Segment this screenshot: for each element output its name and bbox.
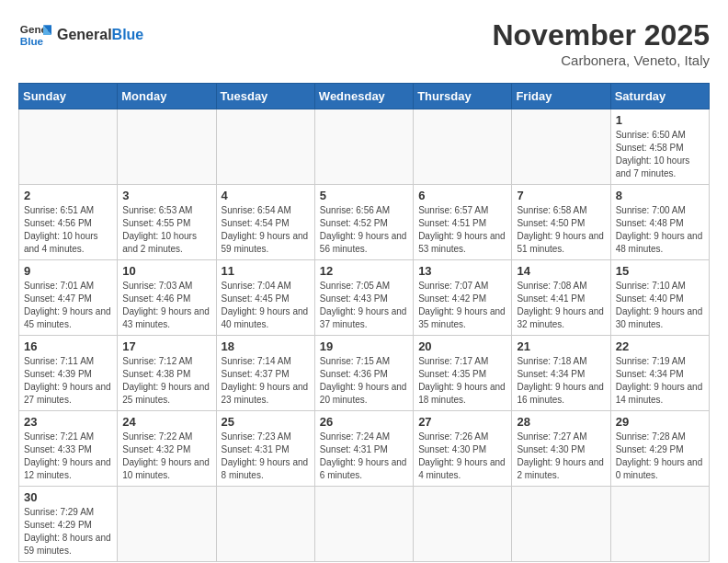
day-info: Sunrise: 7:03 AMSunset: 4:46 PMDaylight:… bbox=[122, 280, 210, 331]
calendar-cell: 28Sunrise: 7:27 AMSunset: 4:30 PMDayligh… bbox=[512, 411, 610, 487]
calendar-cell: 17Sunrise: 7:12 AMSunset: 4:38 PMDayligh… bbox=[118, 336, 216, 411]
calendar-cell: 3Sunrise: 6:53 AMSunset: 4:55 PMDaylight… bbox=[118, 185, 216, 260]
day-number: 5 bbox=[320, 189, 408, 202]
day-header-sunday: Sunday bbox=[19, 84, 118, 109]
calendar-cell: 16Sunrise: 7:11 AMSunset: 4:39 PMDayligh… bbox=[19, 336, 118, 411]
day-info: Sunrise: 6:51 AMSunset: 4:56 PMDaylight:… bbox=[24, 204, 112, 256]
day-number: 9 bbox=[24, 264, 112, 278]
day-info: Sunrise: 7:17 AMSunset: 4:35 PMDaylight:… bbox=[418, 355, 506, 407]
calendar-cell bbox=[512, 487, 610, 562]
day-number: 29 bbox=[616, 415, 704, 429]
week-row-3: 9Sunrise: 7:01 AMSunset: 4:47 PMDaylight… bbox=[19, 260, 710, 336]
day-header-thursday: Thursday bbox=[414, 84, 512, 109]
day-number: 23 bbox=[24, 415, 112, 429]
day-number: 14 bbox=[517, 264, 605, 278]
page-header: General Blue GeneralBlue November 2025 C… bbox=[18, 18, 710, 68]
calendar-cell: 26Sunrise: 7:24 AMSunset: 4:31 PMDayligh… bbox=[314, 411, 413, 487]
calendar-cell: 4Sunrise: 6:54 AMSunset: 4:54 PMDaylight… bbox=[216, 185, 314, 260]
day-number: 28 bbox=[517, 415, 605, 429]
day-info: Sunrise: 7:27 AMSunset: 4:30 PMDaylight:… bbox=[517, 431, 605, 482]
calendar-cell bbox=[414, 487, 512, 562]
day-info: Sunrise: 7:21 AMSunset: 4:33 PMDaylight:… bbox=[24, 431, 112, 482]
title-block: November 2025 Carbonera, Veneto, Italy bbox=[492, 18, 710, 68]
day-header-saturday: Saturday bbox=[610, 84, 709, 109]
day-info: Sunrise: 7:10 AMSunset: 4:40 PMDaylight:… bbox=[616, 280, 704, 331]
day-number: 30 bbox=[24, 490, 112, 504]
logo-icon: General Blue bbox=[18, 18, 51, 52]
day-number: 10 bbox=[122, 264, 210, 278]
day-number: 2 bbox=[24, 189, 112, 202]
logo-text: GeneralBlue bbox=[57, 27, 143, 43]
day-number: 7 bbox=[517, 189, 605, 202]
day-number: 27 bbox=[418, 415, 506, 429]
week-row-6: 30Sunrise: 7:29 AMSunset: 4:29 PMDayligh… bbox=[19, 487, 710, 562]
day-number: 16 bbox=[24, 339, 112, 353]
calendar-cell bbox=[314, 109, 413, 185]
day-number: 24 bbox=[122, 415, 210, 429]
day-header-wednesday: Wednesday bbox=[314, 84, 413, 109]
calendar-cell: 18Sunrise: 7:14 AMSunset: 4:37 PMDayligh… bbox=[216, 336, 314, 411]
calendar-cell: 10Sunrise: 7:03 AMSunset: 4:46 PMDayligh… bbox=[118, 260, 216, 336]
week-row-2: 2Sunrise: 6:51 AMSunset: 4:56 PMDaylight… bbox=[19, 185, 710, 260]
day-info: Sunrise: 7:22 AMSunset: 4:32 PMDaylight:… bbox=[122, 431, 210, 482]
day-number: 4 bbox=[222, 189, 310, 202]
day-number: 12 bbox=[320, 264, 408, 278]
calendar-cell bbox=[512, 109, 610, 185]
calendar-cell: 25Sunrise: 7:23 AMSunset: 4:31 PMDayligh… bbox=[216, 411, 314, 487]
calendar-cell: 19Sunrise: 7:15 AMSunset: 4:36 PMDayligh… bbox=[314, 336, 413, 411]
calendar-cell: 5Sunrise: 6:56 AMSunset: 4:52 PMDaylight… bbox=[314, 185, 413, 260]
day-number: 19 bbox=[320, 339, 408, 353]
day-number: 15 bbox=[616, 264, 704, 278]
calendar-cell: 2Sunrise: 6:51 AMSunset: 4:56 PMDaylight… bbox=[19, 185, 118, 260]
calendar-cell: 7Sunrise: 6:58 AMSunset: 4:50 PMDaylight… bbox=[512, 185, 610, 260]
day-number: 25 bbox=[222, 415, 310, 429]
calendar-cell: 8Sunrise: 7:00 AMSunset: 4:48 PMDaylight… bbox=[610, 185, 709, 260]
day-info: Sunrise: 6:53 AMSunset: 4:55 PMDaylight:… bbox=[122, 204, 210, 256]
day-info: Sunrise: 7:12 AMSunset: 4:38 PMDaylight:… bbox=[122, 355, 210, 407]
day-info: Sunrise: 6:54 AMSunset: 4:54 PMDaylight:… bbox=[222, 204, 310, 256]
calendar-cell: 21Sunrise: 7:18 AMSunset: 4:34 PMDayligh… bbox=[512, 336, 610, 411]
day-number: 13 bbox=[418, 264, 506, 278]
day-info: Sunrise: 6:56 AMSunset: 4:52 PMDaylight:… bbox=[320, 204, 408, 256]
day-number: 3 bbox=[122, 189, 210, 202]
day-number: 6 bbox=[418, 189, 506, 202]
day-info: Sunrise: 6:57 AMSunset: 4:51 PMDaylight:… bbox=[418, 204, 506, 256]
day-number: 26 bbox=[320, 415, 408, 429]
day-info: Sunrise: 6:50 AMSunset: 4:58 PMDaylight:… bbox=[616, 129, 704, 180]
calendar-cell: 20Sunrise: 7:17 AMSunset: 4:35 PMDayligh… bbox=[414, 336, 512, 411]
day-info: Sunrise: 7:04 AMSunset: 4:45 PMDaylight:… bbox=[222, 280, 310, 331]
day-header-monday: Monday bbox=[118, 84, 216, 109]
calendar-cell: 13Sunrise: 7:07 AMSunset: 4:42 PMDayligh… bbox=[414, 260, 512, 336]
logo: General Blue GeneralBlue bbox=[18, 18, 143, 52]
calendar-cell: 30Sunrise: 7:29 AMSunset: 4:29 PMDayligh… bbox=[19, 487, 118, 562]
calendar-cell bbox=[610, 487, 709, 562]
day-number: 21 bbox=[517, 339, 605, 353]
day-info: Sunrise: 7:29 AMSunset: 4:29 PMDaylight:… bbox=[24, 506, 112, 557]
day-number: 20 bbox=[418, 339, 506, 353]
calendar-cell bbox=[414, 109, 512, 185]
day-number: 18 bbox=[222, 339, 310, 353]
calendar-cell: 11Sunrise: 7:04 AMSunset: 4:45 PMDayligh… bbox=[216, 260, 314, 336]
day-number: 17 bbox=[122, 339, 210, 353]
location: Carbonera, Veneto, Italy bbox=[492, 52, 710, 68]
calendar-table: SundayMondayTuesdayWednesdayThursdayFrid… bbox=[18, 83, 710, 562]
calendar-cell: 9Sunrise: 7:01 AMSunset: 4:47 PMDaylight… bbox=[19, 260, 118, 336]
week-row-1: 1Sunrise: 6:50 AMSunset: 4:58 PMDaylight… bbox=[19, 109, 710, 185]
day-header-friday: Friday bbox=[512, 84, 610, 109]
day-info: Sunrise: 7:00 AMSunset: 4:48 PMDaylight:… bbox=[616, 204, 704, 256]
calendar-cell bbox=[216, 109, 314, 185]
day-info: Sunrise: 7:05 AMSunset: 4:43 PMDaylight:… bbox=[320, 280, 408, 331]
day-info: Sunrise: 7:26 AMSunset: 4:30 PMDaylight:… bbox=[418, 431, 506, 482]
calendar-cell: 23Sunrise: 7:21 AMSunset: 4:33 PMDayligh… bbox=[19, 411, 118, 487]
day-number: 11 bbox=[222, 264, 310, 278]
day-info: Sunrise: 7:08 AMSunset: 4:41 PMDaylight:… bbox=[517, 280, 605, 331]
calendar-cell: 6Sunrise: 6:57 AMSunset: 4:51 PMDaylight… bbox=[414, 185, 512, 260]
calendar-cell: 14Sunrise: 7:08 AMSunset: 4:41 PMDayligh… bbox=[512, 260, 610, 336]
calendar-cell: 24Sunrise: 7:22 AMSunset: 4:32 PMDayligh… bbox=[118, 411, 216, 487]
day-number: 1 bbox=[616, 113, 704, 127]
calendar-cell bbox=[314, 487, 413, 562]
calendar-cell bbox=[118, 487, 216, 562]
day-info: Sunrise: 7:01 AMSunset: 4:47 PMDaylight:… bbox=[24, 280, 112, 331]
day-info: Sunrise: 6:58 AMSunset: 4:50 PMDaylight:… bbox=[517, 204, 605, 256]
week-row-4: 16Sunrise: 7:11 AMSunset: 4:39 PMDayligh… bbox=[19, 336, 710, 411]
